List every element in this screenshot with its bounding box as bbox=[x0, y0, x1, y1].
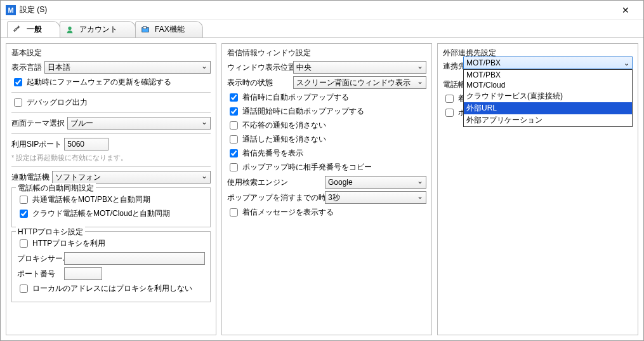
show-incoming-message-check[interactable]: 着信メッセージを表示する bbox=[227, 206, 426, 218]
tab-general-label: 一般 bbox=[27, 24, 42, 35]
popup-on-call-start-check[interactable]: 通話開始時に自動ポップアップする bbox=[227, 105, 426, 117]
sip-port-input[interactable] bbox=[64, 138, 108, 150]
proxy-local-label: ローカルのアドレスにはプロキシを利用しない bbox=[32, 283, 192, 294]
search-engine-label: 使用検索エンジン bbox=[227, 177, 322, 188]
popup-timeout-select[interactable]: 3秒 bbox=[325, 191, 426, 204]
display-state-label: 表示時の状態 bbox=[227, 77, 291, 88]
phonebook-sync-group: 電話帳の自動同期設定 共通電話帳をMOT/PBXと自動同期 クラウド電話帳をMO… bbox=[11, 187, 211, 227]
titlebar: M 設定 (S) ✕ bbox=[1, 1, 643, 20]
http-proxy-group: HTTPプロキシ設定 HTTPプロキシを利用 プロキシサーバ ポート番号 ローカ… bbox=[11, 231, 211, 302]
tab-fax[interactable]: FAX機能 bbox=[135, 21, 203, 37]
display-state-select[interactable]: スクリーン背面にウィンドウ表示 bbox=[293, 76, 426, 89]
keep-call-notice-label: 通話した通知を消さない bbox=[242, 134, 326, 145]
sync-pbx-label: 共通電話帳をMOT/PBXと自動同期 bbox=[32, 194, 150, 205]
proxy-port-label: ポート番号 bbox=[17, 269, 62, 279]
startup-firmware-check[interactable]: 起動時にファームウェアの更新を確認する bbox=[11, 76, 211, 88]
show-dest-number-label: 着信先番号を表示 bbox=[242, 148, 303, 159]
sync-pbx-checkbox[interactable] bbox=[20, 196, 28, 204]
user-icon bbox=[65, 25, 74, 34]
link-option-cloud-direct[interactable]: クラウドサービス(直接接続) bbox=[464, 90, 632, 102]
link-option-motpbx[interactable]: MOT/PBX bbox=[464, 70, 632, 80]
hidden-check-2[interactable] bbox=[445, 109, 454, 117]
copy-caller-number-check[interactable]: ポップアップ時に相手発番号をコピー bbox=[227, 161, 426, 173]
link-target-dropdown[interactable]: MOT/PBX ⌄ MOT/PBX MOT/Cloud クラウドサービス(直接接… bbox=[463, 57, 633, 127]
wrench-icon bbox=[13, 25, 22, 34]
language-label: 表示言語 bbox=[11, 62, 42, 73]
link-option-external-app[interactable]: 外部アプリケーション bbox=[464, 114, 632, 126]
popup-on-incoming-checkbox[interactable] bbox=[230, 93, 238, 102]
external-link-panel: 外部連携先設定 連携先 電話帳 着 ポ MOT/PBX ⌄ bbox=[437, 43, 638, 335]
keep-call-notice-check[interactable]: 通話した通知を消さない bbox=[227, 133, 426, 145]
link-target-selected[interactable]: MOT/PBX ⌄ bbox=[463, 57, 633, 69]
svg-rect-2 bbox=[143, 26, 147, 29]
debug-log-check[interactable]: デバッグログ出力 bbox=[11, 97, 211, 109]
use-proxy-label: HTTPプロキシを利用 bbox=[32, 238, 105, 249]
link-option-motcloud[interactable]: MOT/Cloud bbox=[464, 80, 632, 90]
link-target-option-list: MOT/PBX MOT/Cloud クラウドサービス(直接接続) 外部URL 外… bbox=[463, 69, 633, 127]
debug-log-checkbox[interactable] bbox=[14, 98, 22, 107]
popup-timeout-label: ポップアップを消すまでの時間 bbox=[227, 192, 322, 203]
fax-icon bbox=[141, 25, 150, 34]
tab-bar: 一般 アカウント FAX機能 bbox=[1, 20, 643, 37]
hidden-check-1[interactable] bbox=[445, 95, 454, 103]
link-option-external-url[interactable]: 外部URL bbox=[464, 102, 632, 114]
tab-account[interactable]: アカウント bbox=[60, 21, 136, 37]
basic-settings-panel: 基本設定 表示言語 日本語 起動時にファームウェアの更新を確認する デバッグログ… bbox=[6, 43, 216, 335]
tab-general[interactable]: 一般 bbox=[7, 21, 60, 37]
proxy-local-check[interactable]: ローカルのアドレスにはプロキシを利用しない bbox=[17, 283, 205, 295]
incoming-window-title: 着信情報ウィンドウ設定 bbox=[227, 48, 426, 58]
link-target-label: 連携先 bbox=[443, 61, 466, 72]
search-engine-select[interactable]: Google bbox=[325, 176, 426, 189]
phonebook-sync-title: 電話帳の自動同期設定 bbox=[16, 183, 96, 194]
debug-log-label: デバッグログ出力 bbox=[27, 97, 88, 108]
svg-point-0 bbox=[68, 26, 71, 29]
popup-on-incoming-label: 着信時に自動ポップアップする bbox=[242, 92, 349, 103]
content-area: 基本設定 表示言語 日本語 起動時にファームウェアの更新を確認する デバッグログ… bbox=[1, 37, 643, 340]
copy-caller-number-label: ポップアップ時に相手発番号をコピー bbox=[242, 162, 372, 173]
show-incoming-message-label: 着信メッセージを表示する bbox=[242, 207, 334, 218]
language-select[interactable]: 日本語 bbox=[44, 61, 211, 74]
sync-cloud-label: クラウド電話帳をMOT/Cloudと自動同期 bbox=[32, 208, 170, 219]
basic-settings-title: 基本設定 bbox=[11, 48, 211, 58]
sync-cloud-check[interactable]: クラウド電話帳をMOT/Cloudと自動同期 bbox=[17, 208, 205, 220]
proxy-port-input[interactable] bbox=[64, 267, 102, 280]
close-button[interactable]: ✕ bbox=[613, 1, 638, 19]
window-pos-select[interactable]: 中央 bbox=[293, 61, 426, 74]
incoming-window-panel: 着信情報ウィンドウ設定 ウィンドウ表示位置 中央 表示時の状態 スクリーン背面に… bbox=[221, 43, 432, 335]
use-proxy-checkbox[interactable] bbox=[20, 239, 28, 248]
copy-caller-number-checkbox[interactable] bbox=[230, 163, 238, 171]
popup-on-call-start-checkbox[interactable] bbox=[230, 107, 238, 116]
window-pos-label: ウィンドウ表示位置 bbox=[227, 62, 291, 73]
sync-pbx-check[interactable]: 共通電話帳をMOT/PBXと自動同期 bbox=[17, 194, 205, 206]
show-incoming-message-checkbox[interactable] bbox=[230, 208, 238, 217]
keep-call-notice-checkbox[interactable] bbox=[230, 135, 238, 144]
show-dest-number-check[interactable]: 着信先番号を表示 bbox=[227, 147, 426, 159]
linked-phone-select[interactable]: ソフトフォン bbox=[52, 171, 211, 184]
keep-noanswer-notice-label: 不応答の通知を消さない bbox=[242, 120, 326, 131]
popup-on-call-start-label: 通話開始時に自動ポップアップする bbox=[242, 106, 364, 117]
app-icon: M bbox=[6, 5, 16, 15]
tab-account-label: アカウント bbox=[79, 24, 117, 35]
sip-port-label: 利用SIPポート bbox=[11, 139, 62, 150]
show-dest-number-checkbox[interactable] bbox=[230, 149, 238, 157]
proxy-server-input[interactable] bbox=[64, 252, 205, 265]
phonebook-label-cut: 電話帳 bbox=[443, 79, 466, 90]
chevron-down-icon: ⌄ bbox=[624, 59, 629, 67]
linked-phone-label: 連動電話機 bbox=[11, 172, 49, 183]
popup-on-incoming-check[interactable]: 着信時に自動ポップアップする bbox=[227, 91, 426, 104]
sip-hint: * 設定は再起動後に有効になります。 bbox=[11, 153, 211, 163]
settings-window: M 設定 (S) ✕ 一般 アカウント FAX機能 基本設定 表示言語 日本語 … bbox=[0, 0, 644, 341]
keep-noanswer-notice-checkbox[interactable] bbox=[230, 121, 238, 130]
startup-firmware-checkbox[interactable] bbox=[14, 78, 22, 86]
keep-noanswer-notice-check[interactable]: 不応答の通知を消さない bbox=[227, 119, 426, 131]
link-target-value: MOT/PBX bbox=[466, 58, 501, 67]
proxy-local-checkbox[interactable] bbox=[20, 284, 28, 293]
window-title: 設定 (S) bbox=[20, 4, 613, 15]
startup-firmware-label: 起動時にファームウェアの更新を確認する bbox=[27, 77, 171, 88]
theme-select[interactable]: ブルー bbox=[67, 117, 211, 130]
use-proxy-check[interactable]: HTTPプロキシを利用 bbox=[17, 237, 205, 250]
http-proxy-title: HTTPプロキシ設定 bbox=[16, 227, 85, 237]
theme-label: 画面テーマ選択 bbox=[11, 118, 65, 129]
tab-fax-label: FAX機能 bbox=[155, 24, 185, 35]
sync-cloud-checkbox[interactable] bbox=[20, 210, 28, 218]
